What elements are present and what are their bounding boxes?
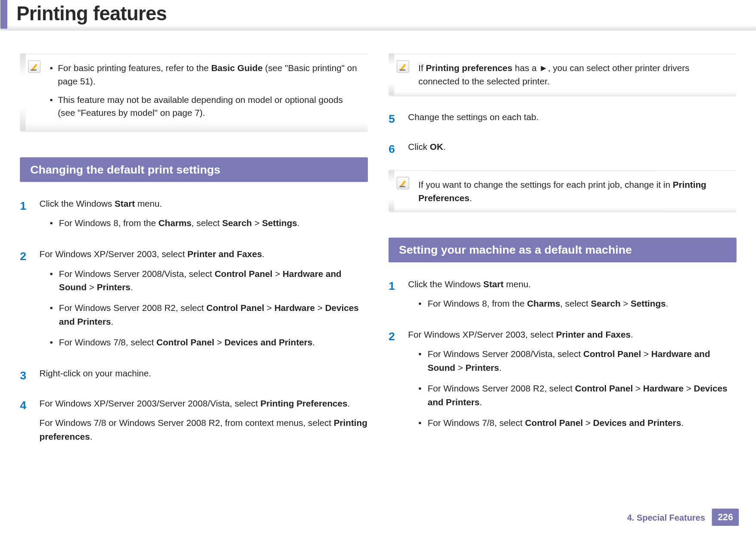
- text: >: [641, 349, 651, 359]
- step-number: 1: [388, 277, 408, 317]
- step-1: 1 Click the Windows Start menu. For Wind…: [20, 197, 368, 237]
- section-header-2: Setting your machine as a default machin…: [388, 238, 736, 262]
- text: Printer and Faxes: [187, 249, 261, 259]
- text: For Windows 8, from the: [427, 298, 527, 308]
- step-body: Right-click on your machine.: [39, 367, 367, 386]
- text: Control Panel: [583, 349, 641, 359]
- text: Settings: [631, 298, 666, 308]
- step-number: 2: [388, 328, 408, 437]
- text: Search: [222, 218, 252, 228]
- step-body: For Windows XP/Server 2003/Server 2008/V…: [39, 397, 367, 450]
- step-number: 4: [20, 397, 39, 450]
- text: For Windows XP/Server 2003/Server 2008/V…: [39, 398, 260, 408]
- text: For Windows XP/Server 2003, select: [408, 329, 556, 339]
- pencil-icon: [28, 60, 40, 73]
- step-4: 4 For Windows XP/Server 2003/Server 2008…: [20, 397, 368, 450]
- text: .: [469, 193, 472, 203]
- text: For Windows Server 2008/Vista, select: [59, 269, 214, 279]
- sub-bullet: For Windows Server 2008 R2, select Contr…: [418, 382, 736, 410]
- step-number: 1: [20, 197, 39, 237]
- step-body: For Windows XP/Server 2003, select Print…: [39, 248, 367, 357]
- text: Hardware: [643, 384, 683, 394]
- sub-bullet: For Windows Server 2008/Vista, select Co…: [50, 267, 367, 295]
- text: menu.: [135, 199, 162, 208]
- sub-bullet: For Windows 8, from the Charms, select S…: [50, 217, 367, 230]
- text: Settings: [262, 218, 297, 228]
- step-number: 5: [388, 110, 408, 129]
- step-number: 6: [388, 140, 408, 159]
- text: .: [479, 397, 482, 407]
- page-number: 226: [712, 509, 738, 526]
- text: .: [681, 418, 684, 428]
- sub-bullet: For Windows Server 2008/Vista, select Co…: [418, 348, 736, 375]
- text: Printers: [465, 363, 499, 373]
- text: Control Panel: [575, 384, 632, 394]
- text: Charms: [158, 218, 191, 228]
- text: For Windows 7/8, select: [427, 418, 525, 428]
- text: .: [666, 298, 668, 308]
- text: >: [315, 303, 325, 313]
- text: >: [633, 384, 643, 394]
- step-body: Click the Windows Start menu. For Window…: [39, 197, 367, 237]
- text: Basic Guide: [211, 63, 262, 73]
- text: >: [455, 363, 465, 373]
- text: menu.: [503, 279, 530, 289]
- text: >: [87, 283, 97, 292]
- text: >: [583, 418, 593, 428]
- text: Click the Windows: [408, 279, 483, 289]
- note-edge: [388, 170, 394, 211]
- step-d1: 1 Click the Windows Start menu. For Wind…: [388, 277, 736, 317]
- step-number: 2: [20, 248, 39, 357]
- text: , select: [191, 218, 222, 228]
- text: >: [252, 218, 262, 228]
- sub-bullet: For Windows 7/8, select Control Panel > …: [418, 416, 736, 430]
- note-item: For basic printing features, refer to th…: [50, 62, 358, 88]
- title-accent: [0, 0, 7, 29]
- text: >: [683, 384, 694, 394]
- text: >: [620, 298, 631, 308]
- text: For Windows Server 2008/Vista, select: [427, 349, 583, 359]
- text: OK: [429, 142, 443, 152]
- text: .: [130, 283, 133, 292]
- text: .: [631, 329, 633, 339]
- document-page: Printing features For basic printing fea…: [0, 0, 756, 534]
- step-2: 2 For Windows XP/Server 2003, select Pri…: [20, 248, 368, 357]
- text: Control Panel: [215, 269, 272, 279]
- step-body: Click OK.: [408, 140, 736, 159]
- page-title: Printing features: [0, 0, 756, 25]
- text: .: [347, 398, 350, 408]
- text: Devices and Printers: [593, 418, 681, 428]
- text: Click the Windows: [39, 199, 115, 208]
- text: For Windows Server 2008 R2, select: [427, 384, 575, 394]
- text: For Windows 7/8 or Windows Server 2008 R…: [39, 418, 333, 428]
- note-box-intro: For basic printing features, refer to th…: [20, 53, 368, 132]
- text: For Windows XP/Server 2003, select: [39, 249, 187, 259]
- content-columns: For basic printing features, refer to th…: [0, 31, 756, 460]
- text: Change the settings on each tab.: [408, 110, 736, 124]
- pencil-icon: [396, 60, 409, 73]
- note-item: This feature may not be available depend…: [50, 93, 358, 119]
- text: .: [111, 317, 113, 327]
- left-column: For basic printing features, refer to th…: [20, 53, 368, 460]
- text: .: [262, 249, 264, 259]
- text: Right-click on your machine.: [39, 367, 367, 381]
- step-number: 3: [20, 367, 39, 386]
- text: For Windows 8, from the: [59, 218, 158, 228]
- text: .: [90, 432, 92, 442]
- text: Devices and Printers: [224, 338, 312, 348]
- text: Start: [115, 199, 135, 208]
- text: Printer and Faxes: [556, 329, 630, 339]
- sub-bullet: For Windows 7/8, select Control Panel > …: [50, 336, 367, 350]
- text: .: [499, 363, 501, 373]
- sub-bullet: For Windows 8, from the Charms, select S…: [418, 297, 736, 310]
- text: .: [312, 338, 315, 348]
- right-column: If Printing preferences has a ►, you can…: [388, 53, 736, 460]
- step-3: 3 Right-click on your machine.: [20, 367, 368, 386]
- text: >: [272, 269, 283, 279]
- text: For basic printing features, refer to th…: [58, 63, 211, 73]
- text: This feature may not be available depend…: [58, 94, 343, 118]
- text: Control Panel: [206, 303, 264, 313]
- text: Click: [408, 142, 430, 152]
- text: .: [297, 218, 299, 228]
- note-edge: [388, 53, 394, 95]
